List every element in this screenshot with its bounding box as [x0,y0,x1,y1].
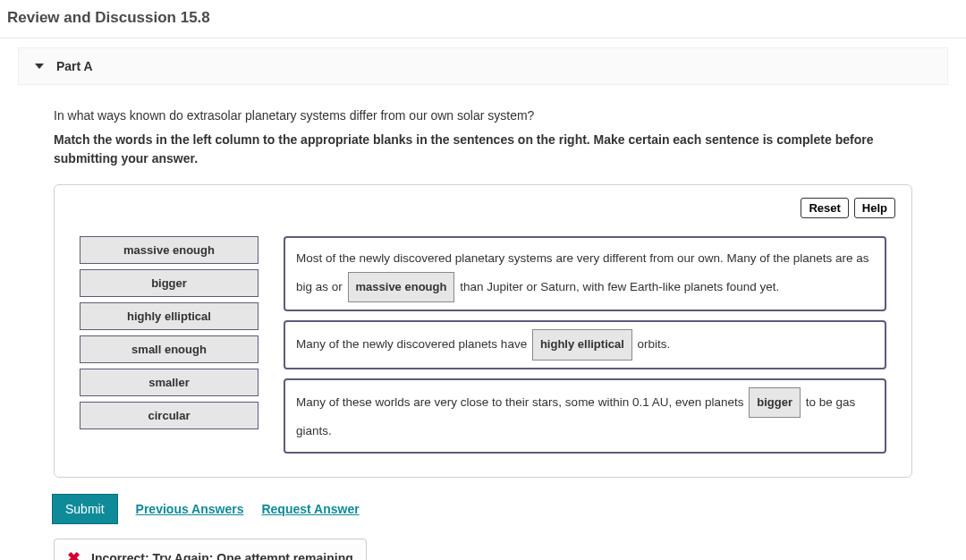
help-button[interactable]: Help [854,198,895,218]
feedback-text: Incorrect; Try Again; One attempt remain… [91,551,353,560]
dropped-chip[interactable]: highly elliptical [532,329,632,361]
caret-down-icon [35,64,44,69]
sentence-target[interactable]: Many of these worlds are very close to t… [284,378,886,454]
sentence-target[interactable]: Most of the newly discovered planetary s… [284,236,886,311]
word-chip[interactable]: small enough [80,335,258,363]
action-row: Submit Previous Answers Request Answer [52,494,912,524]
word-chip[interactable]: highly elliptical [80,302,258,330]
question-prompt: In what ways known do extrasolar planeta… [54,106,912,125]
part-header[interactable]: Part A [18,47,948,85]
sentence-text: orbits. [638,337,671,351]
feedback-box: ✖ Incorrect; Try Again; One attempt rema… [54,539,367,560]
word-chip[interactable]: bigger [80,269,258,297]
word-chip[interactable]: circular [80,402,258,429]
dropped-chip[interactable]: bigger [749,387,801,419]
sentence-text: than Jupiter or Saturn, with few Earth-l… [460,280,779,293]
sentence-text: Many of the newly discovered planets hav… [296,337,530,351]
sentence-target[interactable]: Many of the newly discovered planets hav… [284,320,886,369]
previous-answers-link[interactable]: Previous Answers [136,502,244,516]
match-area: massive enough bigger highly elliptical … [71,236,895,454]
word-chip[interactable]: massive enough [80,236,258,264]
word-bank: massive enough bigger highly elliptical … [80,236,258,429]
request-answer-link[interactable]: Request Answer [261,502,359,516]
page-title: Review and Discussion 15.8 [0,0,966,38]
incorrect-icon: ✖ [67,548,80,560]
submit-button[interactable]: Submit [52,494,118,524]
word-chip[interactable]: smaller [80,369,258,396]
part-label: Part A [56,59,93,73]
dropped-chip[interactable]: massive enough [348,272,455,303]
question-instruction: Match the words in the left column to th… [54,131,912,168]
sentence-text: Many of these worlds are very close to t… [296,395,747,409]
reset-button[interactable]: Reset [801,198,848,218]
work-area: Reset Help massive enough bigger highly … [54,184,912,478]
question-section: Part A In what ways known do extrasolar … [0,38,966,560]
sentence-targets: Most of the newly discovered planetary s… [284,236,886,454]
part-content: In what ways known do extrasolar planeta… [18,106,948,560]
control-bar: Reset Help [71,198,895,218]
